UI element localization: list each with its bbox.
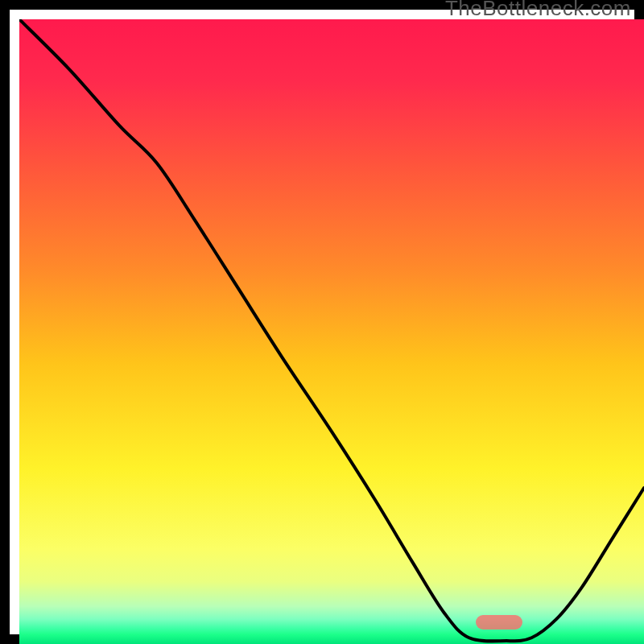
chart-background-gradient (19, 19, 644, 644)
optimal-range-marker (476, 615, 522, 630)
chart-frame (0, 0, 644, 644)
watermark-text: TheBottleneck.com (445, 0, 631, 21)
